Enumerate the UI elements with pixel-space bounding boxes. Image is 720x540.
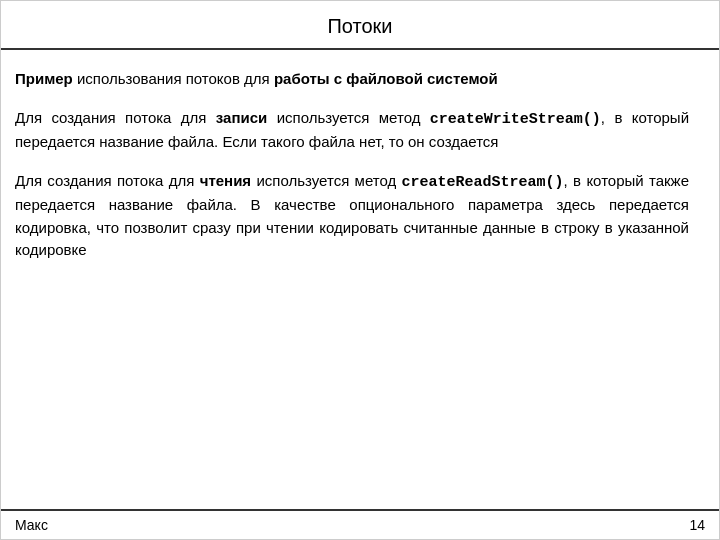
slide-container: Потоки Пример использования потоков для … (0, 0, 720, 540)
footer-author: Макс (15, 517, 48, 533)
text-p3-b: используется метод (251, 172, 401, 189)
text-p3-a: Для создания потока для (15, 172, 200, 189)
text-chtenia: чтения (200, 172, 251, 189)
footer-page-number: 14 (689, 517, 705, 533)
paragraph-2: Для создания потока для записи используе… (15, 107, 689, 154)
text-createwritestream: createWriteStream() (430, 111, 601, 128)
slide-title: Потоки (327, 15, 392, 37)
text-work-fs: работы с файловой системой (274, 70, 498, 87)
slide-header: Потоки (1, 1, 719, 50)
text-zapis: записи (216, 109, 267, 126)
paragraph-3: Для создания потока для чтения используе… (15, 170, 689, 262)
text-primer: Пример (15, 70, 73, 87)
text-intro: использования потоков для (73, 70, 274, 87)
text-p2-a: Для создания потока для (15, 109, 216, 126)
text-p2-b: используется метод (267, 109, 430, 126)
text-createreadstream: createReadStream() (402, 174, 564, 191)
slide-footer: Макс 14 (1, 509, 719, 539)
slide-body: Пример использования потоков для работы … (1, 50, 719, 509)
paragraph-1: Пример использования потоков для работы … (15, 68, 689, 91)
